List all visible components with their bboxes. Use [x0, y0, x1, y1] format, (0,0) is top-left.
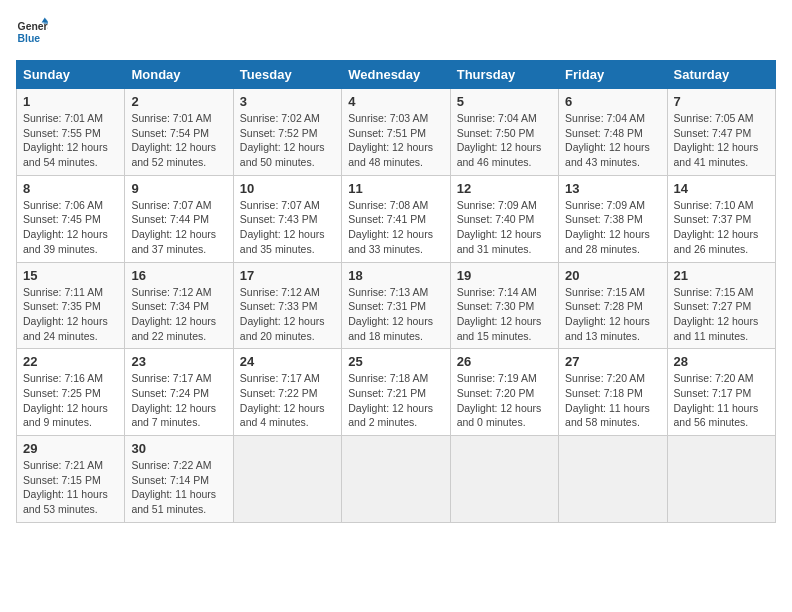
day-number: 14	[674, 181, 769, 196]
day-content: Sunrise: 7:06 AM Sunset: 7:45 PM Dayligh…	[23, 198, 118, 257]
calendar-cell: 24Sunrise: 7:17 AM Sunset: 7:22 PM Dayli…	[233, 349, 341, 436]
calendar-cell: 11Sunrise: 7:08 AM Sunset: 7:41 PM Dayli…	[342, 175, 450, 262]
day-number: 22	[23, 354, 118, 369]
day-content: Sunrise: 7:10 AM Sunset: 7:37 PM Dayligh…	[674, 198, 769, 257]
calendar-cell: 1Sunrise: 7:01 AM Sunset: 7:55 PM Daylig…	[17, 89, 125, 176]
calendar-cell: 2Sunrise: 7:01 AM Sunset: 7:54 PM Daylig…	[125, 89, 233, 176]
day-content: Sunrise: 7:05 AM Sunset: 7:47 PM Dayligh…	[674, 111, 769, 170]
day-number: 3	[240, 94, 335, 109]
day-number: 18	[348, 268, 443, 283]
day-number: 1	[23, 94, 118, 109]
day-content: Sunrise: 7:01 AM Sunset: 7:55 PM Dayligh…	[23, 111, 118, 170]
day-number: 21	[674, 268, 769, 283]
day-content: Sunrise: 7:20 AM Sunset: 7:18 PM Dayligh…	[565, 371, 660, 430]
day-number: 16	[131, 268, 226, 283]
calendar-cell: 7Sunrise: 7:05 AM Sunset: 7:47 PM Daylig…	[667, 89, 775, 176]
day-number: 7	[674, 94, 769, 109]
calendar-cell: 26Sunrise: 7:19 AM Sunset: 7:20 PM Dayli…	[450, 349, 558, 436]
calendar-cell: 5Sunrise: 7:04 AM Sunset: 7:50 PM Daylig…	[450, 89, 558, 176]
header: General Blue	[16, 16, 776, 48]
calendar-cell: 28Sunrise: 7:20 AM Sunset: 7:17 PM Dayli…	[667, 349, 775, 436]
day-content: Sunrise: 7:17 AM Sunset: 7:22 PM Dayligh…	[240, 371, 335, 430]
day-content: Sunrise: 7:12 AM Sunset: 7:34 PM Dayligh…	[131, 285, 226, 344]
day-number: 30	[131, 441, 226, 456]
calendar-cell: 8Sunrise: 7:06 AM Sunset: 7:45 PM Daylig…	[17, 175, 125, 262]
calendar-cell: 29Sunrise: 7:21 AM Sunset: 7:15 PM Dayli…	[17, 436, 125, 523]
calendar-body: 1Sunrise: 7:01 AM Sunset: 7:55 PM Daylig…	[17, 89, 776, 523]
day-content: Sunrise: 7:18 AM Sunset: 7:21 PM Dayligh…	[348, 371, 443, 430]
calendar-cell: 9Sunrise: 7:07 AM Sunset: 7:44 PM Daylig…	[125, 175, 233, 262]
day-content: Sunrise: 7:09 AM Sunset: 7:40 PM Dayligh…	[457, 198, 552, 257]
day-number: 15	[23, 268, 118, 283]
calendar-week-row: 8Sunrise: 7:06 AM Sunset: 7:45 PM Daylig…	[17, 175, 776, 262]
day-content: Sunrise: 7:12 AM Sunset: 7:33 PM Dayligh…	[240, 285, 335, 344]
calendar-cell	[559, 436, 667, 523]
day-content: Sunrise: 7:15 AM Sunset: 7:27 PM Dayligh…	[674, 285, 769, 344]
day-content: Sunrise: 7:17 AM Sunset: 7:24 PM Dayligh…	[131, 371, 226, 430]
calendar-cell: 4Sunrise: 7:03 AM Sunset: 7:51 PM Daylig…	[342, 89, 450, 176]
svg-text:General: General	[18, 21, 48, 32]
svg-text:Blue: Blue	[18, 33, 41, 44]
calendar-cell: 23Sunrise: 7:17 AM Sunset: 7:24 PM Dayli…	[125, 349, 233, 436]
day-number: 25	[348, 354, 443, 369]
calendar-cell	[233, 436, 341, 523]
calendar-cell: 27Sunrise: 7:20 AM Sunset: 7:18 PM Dayli…	[559, 349, 667, 436]
day-content: Sunrise: 7:01 AM Sunset: 7:54 PM Dayligh…	[131, 111, 226, 170]
day-number: 10	[240, 181, 335, 196]
calendar-cell: 13Sunrise: 7:09 AM Sunset: 7:38 PM Dayli…	[559, 175, 667, 262]
calendar-cell: 25Sunrise: 7:18 AM Sunset: 7:21 PM Dayli…	[342, 349, 450, 436]
day-number: 8	[23, 181, 118, 196]
calendar-cell	[667, 436, 775, 523]
day-number: 28	[674, 354, 769, 369]
calendar-week-row: 1Sunrise: 7:01 AM Sunset: 7:55 PM Daylig…	[17, 89, 776, 176]
day-number: 20	[565, 268, 660, 283]
calendar-cell: 12Sunrise: 7:09 AM Sunset: 7:40 PM Dayli…	[450, 175, 558, 262]
day-number: 9	[131, 181, 226, 196]
day-content: Sunrise: 7:09 AM Sunset: 7:38 PM Dayligh…	[565, 198, 660, 257]
calendar-table: SundayMondayTuesdayWednesdayThursdayFrid…	[16, 60, 776, 523]
day-content: Sunrise: 7:07 AM Sunset: 7:44 PM Dayligh…	[131, 198, 226, 257]
calendar-cell: 10Sunrise: 7:07 AM Sunset: 7:43 PM Dayli…	[233, 175, 341, 262]
calendar-week-row: 22Sunrise: 7:16 AM Sunset: 7:25 PM Dayli…	[17, 349, 776, 436]
calendar-cell: 18Sunrise: 7:13 AM Sunset: 7:31 PM Dayli…	[342, 262, 450, 349]
day-content: Sunrise: 7:07 AM Sunset: 7:43 PM Dayligh…	[240, 198, 335, 257]
calendar-cell: 15Sunrise: 7:11 AM Sunset: 7:35 PM Dayli…	[17, 262, 125, 349]
day-content: Sunrise: 7:13 AM Sunset: 7:31 PM Dayligh…	[348, 285, 443, 344]
day-content: Sunrise: 7:19 AM Sunset: 7:20 PM Dayligh…	[457, 371, 552, 430]
day-number: 26	[457, 354, 552, 369]
calendar-cell: 17Sunrise: 7:12 AM Sunset: 7:33 PM Dayli…	[233, 262, 341, 349]
calendar-week-row: 29Sunrise: 7:21 AM Sunset: 7:15 PM Dayli…	[17, 436, 776, 523]
day-number: 12	[457, 181, 552, 196]
day-content: Sunrise: 7:03 AM Sunset: 7:51 PM Dayligh…	[348, 111, 443, 170]
day-content: Sunrise: 7:20 AM Sunset: 7:17 PM Dayligh…	[674, 371, 769, 430]
day-number: 29	[23, 441, 118, 456]
day-content: Sunrise: 7:15 AM Sunset: 7:28 PM Dayligh…	[565, 285, 660, 344]
calendar-cell: 14Sunrise: 7:10 AM Sunset: 7:37 PM Dayli…	[667, 175, 775, 262]
weekday-header: Sunday	[17, 61, 125, 89]
calendar-cell: 3Sunrise: 7:02 AM Sunset: 7:52 PM Daylig…	[233, 89, 341, 176]
day-number: 5	[457, 94, 552, 109]
day-content: Sunrise: 7:21 AM Sunset: 7:15 PM Dayligh…	[23, 458, 118, 517]
calendar-cell: 6Sunrise: 7:04 AM Sunset: 7:48 PM Daylig…	[559, 89, 667, 176]
weekday-header: Friday	[559, 61, 667, 89]
calendar-cell: 19Sunrise: 7:14 AM Sunset: 7:30 PM Dayli…	[450, 262, 558, 349]
day-number: 24	[240, 354, 335, 369]
calendar-cell: 22Sunrise: 7:16 AM Sunset: 7:25 PM Dayli…	[17, 349, 125, 436]
calendar-cell: 16Sunrise: 7:12 AM Sunset: 7:34 PM Dayli…	[125, 262, 233, 349]
calendar-header: SundayMondayTuesdayWednesdayThursdayFrid…	[17, 61, 776, 89]
weekday-header: Thursday	[450, 61, 558, 89]
calendar-cell: 20Sunrise: 7:15 AM Sunset: 7:28 PM Dayli…	[559, 262, 667, 349]
calendar-cell: 21Sunrise: 7:15 AM Sunset: 7:27 PM Dayli…	[667, 262, 775, 349]
weekday-header: Saturday	[667, 61, 775, 89]
day-content: Sunrise: 7:16 AM Sunset: 7:25 PM Dayligh…	[23, 371, 118, 430]
day-content: Sunrise: 7:22 AM Sunset: 7:14 PM Dayligh…	[131, 458, 226, 517]
day-content: Sunrise: 7:08 AM Sunset: 7:41 PM Dayligh…	[348, 198, 443, 257]
weekday-header: Wednesday	[342, 61, 450, 89]
weekday-header: Monday	[125, 61, 233, 89]
day-content: Sunrise: 7:14 AM Sunset: 7:30 PM Dayligh…	[457, 285, 552, 344]
day-content: Sunrise: 7:04 AM Sunset: 7:48 PM Dayligh…	[565, 111, 660, 170]
day-number: 6	[565, 94, 660, 109]
day-number: 17	[240, 268, 335, 283]
logo: General Blue	[16, 16, 52, 48]
day-content: Sunrise: 7:02 AM Sunset: 7:52 PM Dayligh…	[240, 111, 335, 170]
